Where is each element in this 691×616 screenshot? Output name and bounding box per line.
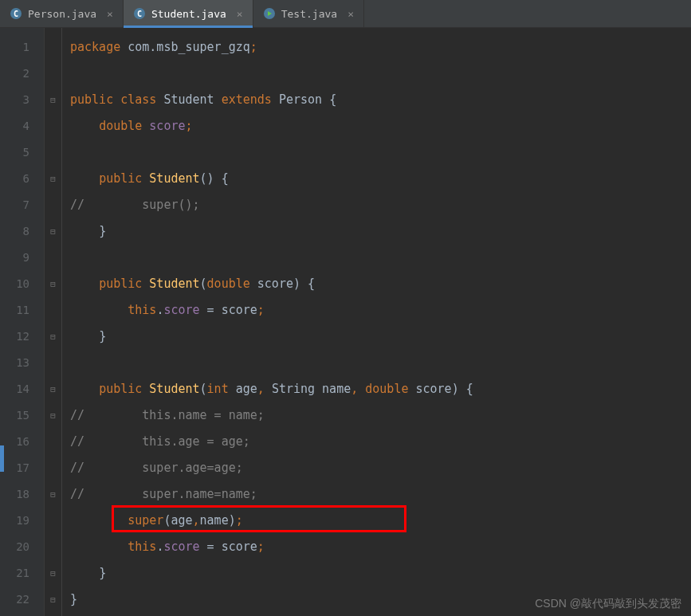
fold-icon[interactable] bbox=[45, 87, 61, 113]
line-number: 22 bbox=[0, 587, 29, 613]
fold-icon[interactable] bbox=[45, 376, 61, 402]
tab-label: Student.java bbox=[151, 8, 226, 20]
watermark: CSDN @敲代码敲到头发茂密 bbox=[535, 597, 681, 611]
tab-label: Test.java bbox=[281, 8, 337, 20]
code-line bbox=[70, 350, 691, 376]
code-line: public Student(int age, String name, dou… bbox=[70, 376, 691, 402]
code-editor[interactable]: 1 2 3 4 5 6 7 8 9 10 11 12 13 14 15 16 1… bbox=[0, 28, 691, 616]
code-line: package com.msb_super_gzq; bbox=[70, 34, 691, 61]
line-number: 4 bbox=[0, 113, 29, 139]
fold-icon[interactable] bbox=[45, 481, 61, 508]
line-number: 15 bbox=[0, 402, 29, 429]
editor-tabs: C Person.java × C Student.java × Test.ja… bbox=[0, 0, 691, 28]
code-line: } bbox=[70, 324, 691, 350]
line-number: 8 bbox=[0, 218, 29, 245]
code-line: } bbox=[70, 218, 691, 245]
code-line: // super.age=age; bbox=[70, 455, 691, 481]
line-number: 21 bbox=[0, 560, 29, 587]
tab-label: Person.java bbox=[28, 8, 96, 20]
fold-icon[interactable] bbox=[45, 587, 61, 613]
fold-gutter bbox=[45, 28, 62, 616]
code-line: // this.name = name; bbox=[70, 402, 691, 429]
change-marker bbox=[0, 445, 4, 472]
line-number: 7 bbox=[0, 192, 29, 218]
code-line: // super(); bbox=[70, 192, 691, 218]
code-line bbox=[70, 245, 691, 271]
line-number: 16 bbox=[0, 429, 29, 455]
code-line: // super.name=name; bbox=[70, 481, 691, 508]
line-number: 10 bbox=[0, 271, 29, 297]
code-line: // this.age = age; bbox=[70, 429, 691, 455]
code-line: public Student(double score) { bbox=[70, 271, 691, 297]
fold-icon[interactable] bbox=[45, 324, 61, 350]
code-line: this.score = score; bbox=[70, 297, 691, 324]
line-number: 20 bbox=[0, 534, 29, 560]
close-icon[interactable]: × bbox=[105, 8, 115, 20]
tab-student[interactable]: C Student.java × bbox=[124, 0, 253, 27]
line-number: 2 bbox=[0, 61, 29, 87]
line-number: 11 bbox=[0, 297, 29, 324]
code-area[interactable]: package com.msb_super_gzq; public class … bbox=[62, 28, 691, 616]
line-number: 14 bbox=[0, 376, 29, 402]
fold-icon[interactable] bbox=[45, 218, 61, 245]
line-number: 1 bbox=[0, 34, 29, 61]
tab-test[interactable]: Test.java × bbox=[253, 0, 364, 27]
line-number: 12 bbox=[0, 324, 29, 350]
line-number: 9 bbox=[0, 245, 29, 271]
code-line bbox=[70, 139, 691, 166]
code-line: public class Student extends Person { bbox=[70, 87, 691, 113]
code-line: this.score = score; bbox=[70, 534, 691, 560]
code-line: super(age,name); bbox=[70, 508, 691, 534]
line-number: 18 bbox=[0, 481, 29, 508]
line-number: 3 bbox=[0, 87, 29, 113]
code-line: public Student() { bbox=[70, 166, 691, 192]
fold-icon[interactable] bbox=[45, 166, 61, 192]
line-number: 13 bbox=[0, 350, 29, 376]
close-icon[interactable]: × bbox=[235, 8, 245, 20]
tab-person[interactable]: C Person.java × bbox=[0, 0, 124, 27]
class-icon: C bbox=[133, 7, 146, 20]
class-icon: C bbox=[10, 7, 22, 20]
code-line: } bbox=[70, 560, 691, 587]
line-number: 6 bbox=[0, 166, 29, 192]
line-number: 5 bbox=[0, 139, 29, 166]
run-icon bbox=[263, 7, 276, 20]
fold-icon[interactable] bbox=[45, 271, 61, 297]
fold-icon[interactable] bbox=[45, 402, 61, 429]
close-icon[interactable]: × bbox=[346, 8, 355, 20]
line-number: 19 bbox=[0, 508, 29, 534]
line-gutter: 1 2 3 4 5 6 7 8 9 10 11 12 13 14 15 16 1… bbox=[0, 28, 45, 616]
code-line bbox=[70, 61, 691, 87]
fold-icon[interactable] bbox=[45, 560, 61, 587]
svg-text:C: C bbox=[14, 10, 18, 18]
code-line: double score; bbox=[70, 113, 691, 139]
line-number: 17 bbox=[0, 455, 29, 481]
svg-text:C: C bbox=[137, 10, 142, 18]
